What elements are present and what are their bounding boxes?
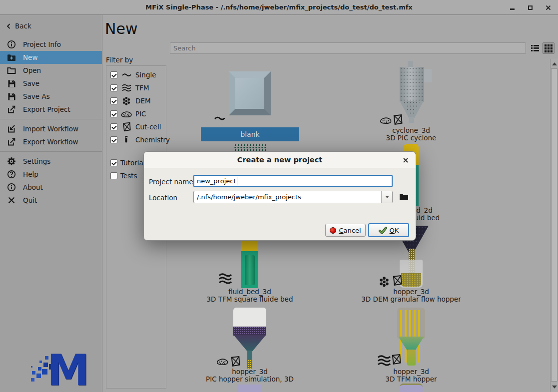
chevron-down-icon xyxy=(385,196,389,198)
window-title: MFiX Single-Phase - /.nfs/home/jweber/mf… xyxy=(145,3,412,11)
filter-tfm[interactable]: TFM xyxy=(110,84,166,92)
sidebar-item-label: Settings xyxy=(23,157,50,165)
sidebar-item-label: Quit xyxy=(23,196,37,204)
cancel-label: Cancel xyxy=(339,227,361,234)
template-thumbnail-partial[interactable] xyxy=(237,385,262,392)
dropdown-button[interactable] xyxy=(381,191,392,203)
template-name[interactable]: fluid_bed_3d xyxy=(180,288,320,296)
template-name[interactable]: cyclone_3d xyxy=(341,127,481,134)
sidebar-item-label: Import Workflow xyxy=(23,125,78,133)
grid-view-button[interactable] xyxy=(543,42,555,54)
filter-label: Cut-cell xyxy=(135,123,161,131)
dialog-title: Create a new project xyxy=(237,156,322,164)
template-description: 3D PIC cyclone xyxy=(341,134,481,142)
checkbox[interactable] xyxy=(110,172,117,179)
sidebar-item-label: New xyxy=(23,53,37,61)
filter-label: Single xyxy=(135,71,156,79)
sidebar-item-about[interactable]: About xyxy=(0,181,102,194)
particle-cluster-icon xyxy=(379,276,390,287)
minimize-button[interactable] xyxy=(508,3,516,11)
checkbox[interactable] xyxy=(110,159,117,166)
template-name[interactable]: hopper_3d xyxy=(341,288,481,296)
triple-wave-icon xyxy=(377,355,392,367)
export-icon xyxy=(6,137,16,146)
back-label: Back xyxy=(15,22,31,30)
sidebar-item-export-workflow[interactable]: Export Workflow xyxy=(0,135,102,148)
divider xyxy=(0,119,102,119)
vertical-scrollbar xyxy=(550,59,558,392)
cut-cell-icon xyxy=(229,356,241,367)
sidebar-item-save-as[interactable]: Save As xyxy=(0,90,102,103)
sidebar-item-quit[interactable]: Quit xyxy=(0,194,102,207)
particle-cluster-icon xyxy=(120,96,132,105)
parcel-blob-icon xyxy=(379,116,392,124)
location-combobox[interactable]: /.nfs/home/jweber/mfix_projects xyxy=(193,191,393,203)
sidebar-item-label: Save As xyxy=(23,92,50,100)
browse-folder-button[interactable] xyxy=(398,192,410,202)
close-icon xyxy=(546,5,551,10)
scrollbar-thumb[interactable] xyxy=(551,68,558,382)
logo-m: M xyxy=(47,345,88,392)
sidebar: Back Project Info New Open Save Save As xyxy=(0,15,102,392)
logo-pixels xyxy=(31,378,34,382)
sidebar-item-project-info[interactable]: Project Info xyxy=(0,38,102,51)
maximize-button[interactable] xyxy=(526,3,534,11)
template-thumbnail-partial[interactable] xyxy=(234,144,266,151)
close-button[interactable] xyxy=(544,3,552,11)
checkbox[interactable] xyxy=(110,71,117,78)
template-name[interactable]: hopper_3d xyxy=(341,368,481,376)
sidebar-item-help[interactable]: Help xyxy=(0,168,102,181)
sidebar-item-import-workflow[interactable]: Import Workflow xyxy=(0,122,102,135)
filter-dem[interactable]: DEM xyxy=(110,97,166,105)
single-wave-icon xyxy=(120,70,132,79)
save-as-icon xyxy=(6,92,16,101)
cancel-button[interactable]: Cancel xyxy=(325,224,366,237)
sidebar-item-settings[interactable]: Settings xyxy=(0,155,102,168)
divider xyxy=(0,151,102,152)
ok-button[interactable]: OK xyxy=(368,223,409,237)
template-name: blank xyxy=(240,130,259,138)
checkbox[interactable] xyxy=(110,136,117,143)
template-blank-selected[interactable]: blank xyxy=(201,127,299,141)
project-name-input[interactable]: new_project xyxy=(193,175,393,187)
scroll-down-button[interactable] xyxy=(551,383,558,391)
checkbox[interactable] xyxy=(110,123,117,130)
sidebar-item-label: Save xyxy=(23,79,39,87)
template-thumbnail-partial[interactable] xyxy=(400,384,423,392)
grid-view-icon xyxy=(545,44,553,52)
template-description: PIC hopper simulation, 3D xyxy=(180,376,320,383)
test-tube-icon xyxy=(120,135,132,144)
location-label: Location xyxy=(149,194,177,202)
quit-x-icon xyxy=(6,196,16,205)
sidebar-item-new[interactable]: New xyxy=(0,51,102,64)
filter-single[interactable]: Single xyxy=(110,71,166,79)
sidebar-item-export-project[interactable]: Export Project xyxy=(0,103,102,116)
create-project-dialog: Create a new project Project name new_pr… xyxy=(143,151,416,241)
filter-pic[interactable]: PIC xyxy=(110,110,166,118)
dialog-close-button[interactable] xyxy=(402,156,410,164)
triple-wave-icon xyxy=(218,273,233,285)
maximize-icon xyxy=(528,5,533,10)
text-caret xyxy=(237,177,237,185)
sidebar-item-open[interactable]: Open xyxy=(0,64,102,77)
filter-chemistry[interactable]: Chemistry xyxy=(110,136,166,144)
back-button[interactable]: Back xyxy=(0,18,102,34)
template-name[interactable]: hopper_3d xyxy=(180,368,320,376)
template-thumbnail-blank[interactable] xyxy=(229,71,271,115)
scroll-up-button[interactable] xyxy=(551,60,558,68)
template-description: 3D TFM square fluide bed xyxy=(180,296,320,303)
checkbox[interactable] xyxy=(110,84,117,91)
filter-cut-cell[interactable]: Cut-cell xyxy=(110,123,166,131)
checkbox[interactable] xyxy=(110,97,117,104)
parcel-blob-icon xyxy=(120,109,132,118)
sidebar-item-save[interactable]: Save xyxy=(0,77,102,90)
chevron-left-icon xyxy=(6,23,11,29)
search-input[interactable] xyxy=(170,42,526,54)
sidebar-item-label: Export Project xyxy=(23,105,70,113)
close-icon xyxy=(403,157,409,163)
list-view-button[interactable] xyxy=(529,42,541,54)
checkbox[interactable] xyxy=(110,110,117,117)
single-wave-icon xyxy=(214,115,226,121)
ok-label: OK xyxy=(390,227,399,234)
save-icon xyxy=(6,79,16,88)
